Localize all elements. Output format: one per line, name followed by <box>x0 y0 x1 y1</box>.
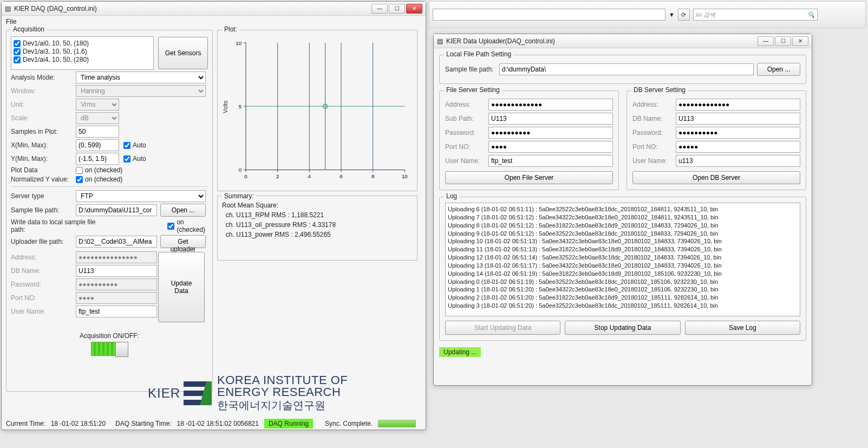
label-port: Port NO: <box>11 294 76 302</box>
auto-label: Auto <box>133 141 146 149</box>
log-line: Uploading 7 (18-01-02 06:51:12) : 5a0ee3… <box>448 213 798 222</box>
open-path-button[interactable]: Open ... <box>757 63 800 76</box>
menu-file[interactable]: File <box>6 18 16 25</box>
server-type-select[interactable]: FTP <box>76 190 206 202</box>
fs-user-input[interactable] <box>488 155 613 167</box>
search-box[interactable]: ini 검색 🔍 <box>693 9 818 21</box>
save-log-button[interactable]: Save Log <box>685 321 800 335</box>
sample-path-input[interactable] <box>499 63 754 75</box>
x-auto-check[interactable] <box>123 142 130 149</box>
sensor-checkbox[interactable] <box>14 56 21 63</box>
log-group: Log Uploading 6 (18-01-02 06:51:11) : 5a… <box>439 197 806 341</box>
open-sample-button[interactable]: Open ... <box>160 204 206 217</box>
label-user: User Name: <box>11 308 76 315</box>
auto-label: Auto <box>133 155 146 163</box>
ymm-input[interactable] <box>76 153 119 165</box>
start-updating-button[interactable]: Start Updating Data <box>445 321 560 335</box>
label-address: Address: <box>11 254 76 261</box>
normy-check[interactable] <box>76 176 83 183</box>
xmm-input[interactable] <box>76 139 119 151</box>
unit-select[interactable]: Vrms <box>76 99 119 111</box>
kier-ko: 한국에너지기술연구원 <box>217 398 402 412</box>
svg-text:0: 0 <box>244 173 247 179</box>
file-server-legend: File Server Setting <box>444 86 502 94</box>
daq-running-badge: DAQ Running <box>264 419 313 428</box>
summary-line: ch. U113_oil_pressure RMS : 4.33178 <box>222 220 413 230</box>
label-normy: Normalized Y value: <box>11 176 76 183</box>
password-input[interactable] <box>76 278 157 290</box>
address-input[interactable] <box>76 251 157 263</box>
kier-bars-icon <box>184 381 212 405</box>
minimize-button[interactable]: — <box>371 4 388 14</box>
on-checked-label: on (checked) <box>177 218 208 233</box>
db-server-legend: DB Server Setting <box>631 86 688 94</box>
log-line: Uploading 3 (18-01-02 06:51:20) : 5a0ee3… <box>448 302 798 310</box>
label-uploader-path: Uploader file path: <box>11 238 76 245</box>
sensor-checkbox[interactable] <box>14 40 21 47</box>
port-input[interactable] <box>76 292 157 304</box>
fs-port-input[interactable] <box>488 141 613 153</box>
y-auto-check[interactable] <box>123 155 130 163</box>
sensor-checkbox[interactable] <box>14 48 21 55</box>
update-data-button[interactable]: Update Data <box>158 252 205 322</box>
db-port-input[interactable] <box>676 141 800 153</box>
log-line: Uploading 0 (18-01-02 06:51:19) : 5a0ee3… <box>448 278 798 286</box>
stop-updating-button[interactable]: Stop Updating Data <box>565 321 680 335</box>
open-file-server-button[interactable]: Open File Server <box>445 171 613 184</box>
minimize-button[interactable]: — <box>758 36 774 46</box>
log-line: Uploading 14 (18-01-02 06:51:19) : 5a0ee… <box>448 270 798 278</box>
log-line: Uploading 12 (18-01-02 06:51:14) : 5a0ee… <box>448 254 798 262</box>
label-samples: Samples in Plot: <box>11 128 76 135</box>
user-input[interactable] <box>76 306 157 317</box>
get-uploader-button[interactable]: Get uploader <box>160 235 206 248</box>
on-checked-label: on (checked) <box>85 176 122 183</box>
address-bar[interactable] <box>433 9 665 21</box>
get-sensors-button[interactable]: Get Sensors <box>158 37 208 69</box>
write-local-check[interactable] <box>167 223 174 230</box>
samples-input[interactable] <box>76 126 119 138</box>
db-name-input[interactable] <box>676 113 800 125</box>
kier-logo: KIER KOREA INSTITUTE OF ENERGY RESEARCH … <box>148 375 402 411</box>
fs-password-input[interactable] <box>488 127 613 139</box>
db-password-input[interactable] <box>676 127 800 139</box>
close-button[interactable]: ✕ <box>792 36 808 46</box>
db-address-input[interactable] <box>676 99 800 111</box>
sensor-item: Dev1/ai4, 10, 50, (280) <box>14 56 151 63</box>
current-time-value: 18 -01-02 18:51:20 <box>51 420 106 427</box>
log-box[interactable]: Uploading 6 (18-01-02 06:51:11) : 5a0ee3… <box>445 203 800 316</box>
daq-menubar: File <box>2 16 426 28</box>
svg-text:10: 10 <box>236 40 242 46</box>
label-user: User Name: <box>632 157 676 165</box>
svg-text:0: 0 <box>239 167 242 173</box>
plotdata-check[interactable] <box>76 167 83 174</box>
uploader-path-input[interactable] <box>76 236 157 248</box>
fs-address-input[interactable] <box>488 99 613 111</box>
refresh-button[interactable]: ⟳ <box>678 9 690 21</box>
scale-select[interactable]: dB <box>76 112 119 124</box>
maximize-button[interactable]: ☐ <box>775 36 791 46</box>
maximize-button[interactable]: ☐ <box>389 4 405 14</box>
uploader-titlebar[interactable]: ▤ KIER Data Uploader(DAQ_control.ini) — … <box>434 34 812 48</box>
kier-mark: KIER <box>148 386 180 401</box>
open-db-server-button[interactable]: Open DB Server <box>632 171 800 184</box>
label-subpath: Sub Path: <box>445 115 488 122</box>
window-select[interactable]: Hanning <box>76 85 206 97</box>
log-line: Uploading 8 (18-01-02 06:51:12) : 5a0ee3… <box>448 222 798 230</box>
sensor-list[interactable]: Dev1/ai0, 10, 50, (180) Dev1/ai3, 10, 50… <box>11 36 154 70</box>
refresh-icon: ⟳ <box>681 11 686 18</box>
db-user-input[interactable] <box>676 155 800 167</box>
acquisition-group: Acquisition Dev1/ai0, 10, 50, (180) Dev1… <box>6 30 213 392</box>
dbname-input[interactable] <box>76 265 157 277</box>
svg-text:2: 2 <box>276 173 279 179</box>
local-path-group: Local File Path Setting Sample file path… <box>439 55 806 84</box>
close-button[interactable]: ✕ <box>406 4 422 14</box>
fs-subpath-input[interactable] <box>488 113 613 125</box>
analysis-mode-select[interactable]: Time analysis <box>76 72 206 83</box>
status-updating: Updating ... <box>439 347 481 357</box>
sync-progress <box>378 420 416 427</box>
summary-line: Root Mean Square: <box>222 200 413 210</box>
sample-path-input[interactable] <box>76 204 157 216</box>
acquisition-toggle[interactable] <box>91 342 128 356</box>
daq-titlebar[interactable]: ▤ KIER DAQ (DAQ_control.ini) — ☐ ✕ <box>2 2 426 16</box>
label-window: Window: <box>11 87 76 95</box>
